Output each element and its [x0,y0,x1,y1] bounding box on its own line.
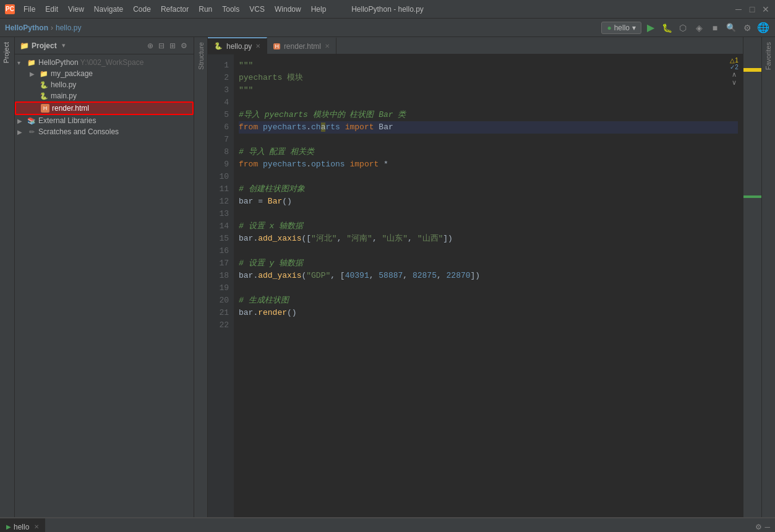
tree-external-libs[interactable]: ▶ 📚 External Libraries [15,115,194,126]
tab-render-html-icon: H [273,43,280,49]
editor-area: 🐍 hello.py ✕ H render.html ✕ 12345 67891… [208,37,743,517]
right-panel [743,37,761,517]
search-everywhere-button[interactable]: 🔍 [724,21,738,35]
structure-strip-label[interactable]: Structure [195,37,207,75]
help-button[interactable]: 🌐 [756,21,770,35]
line-numbers: 12345 678910 1112131415 1617181920 2122 [208,54,234,517]
scratches-arrow: ▶ [17,129,25,135]
tree-scratches[interactable]: ▶ ✏ Scratches and Consoles [15,126,194,137]
tree-my-package[interactable]: ▶ 📁 my_package [15,68,194,79]
external-libs-arrow: ▶ [17,118,25,124]
project-settings-icon[interactable]: ⚙ [179,40,189,51]
my-package-arrow: ▶ [30,71,37,77]
menu-help[interactable]: Help [307,4,330,15]
menu-file[interactable]: File [20,4,39,15]
collapse-icon: ∨ [732,79,737,87]
render-html-label: render.html [52,104,89,113]
menu-view[interactable]: View [64,4,88,15]
breadcrumb-project[interactable]: HelloPython [5,24,48,32]
profile-button[interactable]: ◈ [692,21,706,35]
menu-window[interactable]: Window [271,4,305,15]
menu-code[interactable]: Code [129,4,155,15]
ok-line [743,195,761,198]
close-button[interactable]: ✕ [761,5,770,14]
project-sidebar-strip: Project [0,37,15,517]
coverage-button[interactable]: ⬡ [676,21,690,35]
collapse-all-icon[interactable]: ⊟ [157,40,166,51]
menu-navigate[interactable]: Navigate [90,4,127,15]
menu-tools[interactable]: Tools [218,4,243,15]
menu-run[interactable]: Run [195,4,216,15]
run-button[interactable]: ▶ [644,21,657,35]
project-strip-label[interactable]: Project [0,37,14,68]
tree-main-py[interactable]: ▶ 🐍 main.py [15,90,194,101]
favorites-strip-label[interactable]: Favorites [762,37,775,75]
expand-all-icon[interactable]: ⊞ [168,40,177,51]
window-title: HelloPython - hello.py [351,5,424,14]
nav-toolbar: HelloPython › hello.py ● hello ▾ ▶ 🐛 ⬡ ◈… [0,19,775,37]
expand-icon: ∧ [732,71,737,79]
menu-vcs[interactable]: VCS [246,4,268,15]
project-header-icons: ⊕ ⊟ ⊞ ⚙ [146,40,189,51]
bottom-panel: ▶ hello ✕ ⚙ ─ ▶ ▲ ▼ ■ ≡ 📌 🗑 Y:\002_WorkS… [0,517,775,532]
run-controls: ● hello ▾ ▶ 🐛 ⬡ ◈ ■ 🔍 ⚙ 🌐 [601,21,770,35]
my-package-label: my_package [51,69,93,78]
maximize-button[interactable]: □ [748,5,756,14]
app-icon: PC [5,4,15,14]
tree-root[interactable]: ▾ 📁 HelloPython Y:\002_WorkSpace [15,57,194,68]
project-folder-icon: 📁 [20,41,29,50]
bottom-tabs-bar: ▶ hello ✕ ⚙ ─ [0,518,775,532]
minimize-button[interactable]: ─ [734,5,743,14]
bottom-panel-controls: ⚙ ─ [755,518,775,532]
menu-edit[interactable]: Edit [41,4,62,15]
tree-render-html[interactable]: ▶ H render.html [15,101,194,115]
warning-area: △1 ✓2 ∧ ∨ [726,54,743,89]
window-controls: ─ □ ✕ [734,5,770,14]
my-package-icon: 📁 [40,69,48,78]
warning-line [743,68,761,72]
tab-hello-py-close[interactable]: ✕ [255,43,260,49]
breadcrumb: HelloPython › hello.py [5,24,81,32]
project-tree: ▾ 📁 HelloPython Y:\002_WorkSpace ▶ 📁 my_… [15,54,194,517]
editor-content[interactable]: 12345 678910 1112131415 1617181920 2122 … [208,54,743,517]
tab-bar: 🐍 hello.py ✕ H render.html ✕ [208,37,743,54]
run-tab[interactable]: ▶ hello ✕ [0,518,45,532]
favorites-strip: Favorites [761,37,775,517]
tab-hello-py-icon: 🐍 [214,42,223,50]
run-config-dropdown[interactable]: ● hello ▾ [601,22,641,34]
render-html-icon: H [41,104,49,113]
tab-render-html[interactable]: H render.html ✕ [267,37,336,54]
project-dropdown-arrow[interactable]: ▾ [62,41,66,49]
title-bar-left: PC File Edit View Navigate Code Refactor… [5,4,330,15]
project-panel: 📁 Project ▾ ⊕ ⊟ ⊞ ⚙ ▾ 📁 HelloPython Y:\0… [15,37,194,517]
bottom-settings-icon[interactable]: ⚙ [755,523,762,531]
settings-button[interactable]: ⚙ [740,21,754,35]
project-header-title: Project [32,41,57,50]
stop-button[interactable]: ■ [708,21,722,35]
code-area[interactable]: """ pyecharts 模块 """ #导入 pyecharts 模块中的 … [234,54,743,517]
main-py-icon: 🐍 [40,92,48,100]
breadcrumb-file[interactable]: hello.py [56,24,81,32]
run-config-label: hello [614,24,630,32]
warning-count: △1 [730,57,739,64]
external-libs-icon: 📚 [27,116,36,125]
run-tab-icon: ▶ [6,523,11,530]
menu-refactor[interactable]: Refactor [157,4,192,15]
run-tab-label: hello [14,523,29,531]
bottom-minimize-icon[interactable]: ─ [764,523,770,531]
menu-bar: File Edit View Navigate Code Refactor Ru… [20,4,330,15]
locate-file-icon[interactable]: ⊕ [146,40,155,51]
debug-button[interactable]: 🐛 [660,21,674,35]
hello-py-icon: 🐍 [40,80,48,89]
tab-hello-py[interactable]: 🐍 hello.py ✕ [208,37,267,54]
main-py-label: main.py [51,92,77,100]
project-header: 📁 Project ▾ ⊕ ⊟ ⊞ ⚙ [15,37,194,54]
root-label: HelloPython Y:\002_WorkSpace [38,58,143,67]
main-layout: Project 📁 Project ▾ ⊕ ⊟ ⊞ ⚙ ▾ 📁 HelloPyt… [0,37,775,517]
tab-render-html-label: render.html [284,42,321,51]
tree-hello-py[interactable]: ▶ 🐍 hello.py [15,79,194,90]
run-tab-close[interactable]: ✕ [34,523,39,530]
hello-py-label: hello.py [51,80,76,89]
tab-render-html-close[interactable]: ✕ [325,43,330,49]
scratches-icon: ✏ [27,127,36,136]
